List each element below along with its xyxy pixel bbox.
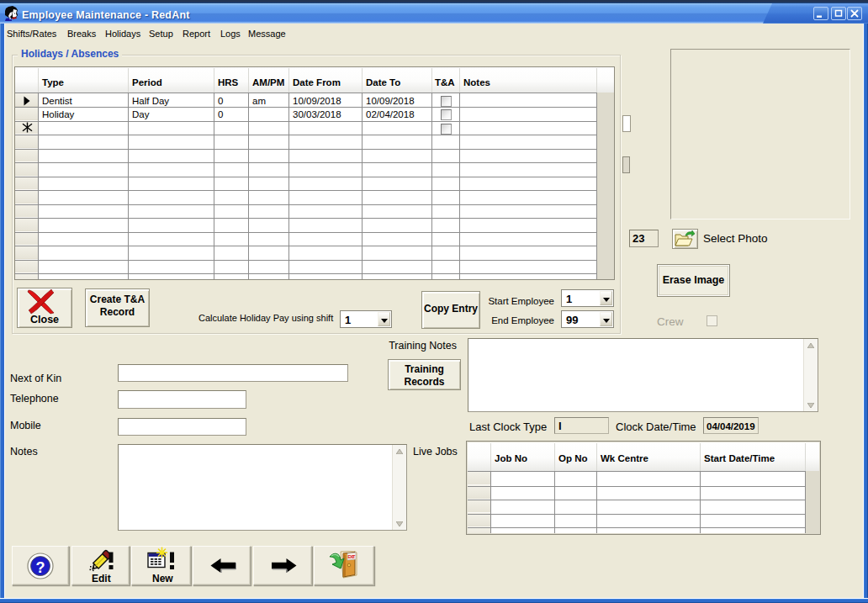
svg-text:EXIT: EXIT <box>347 554 356 559</box>
svg-text:?: ? <box>36 559 45 576</box>
